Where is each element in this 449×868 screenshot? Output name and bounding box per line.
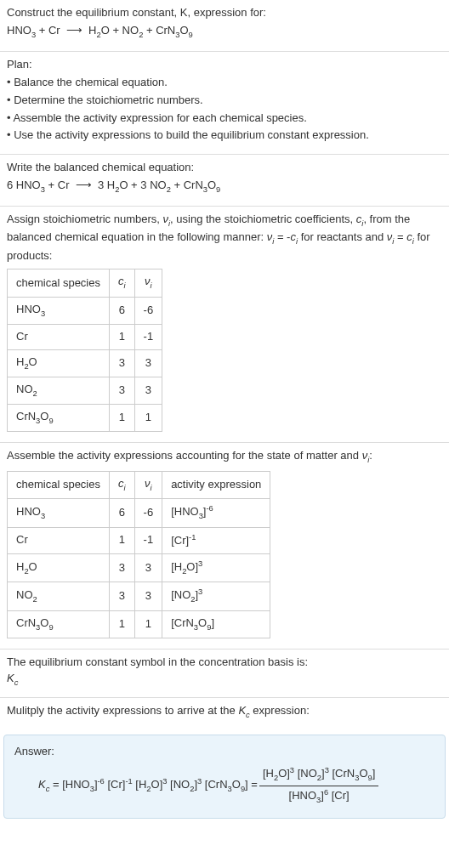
cell-activity: [H2O]3 [162,553,270,582]
col-species: chemical species [8,472,110,499]
col-vi: νi [134,269,162,297]
stoich-table: chemical species ci νi HNO3 6 -6 Cr 1 -1… [7,269,162,432]
activity-table: chemical species ci νi activity expressi… [7,471,270,638]
stoich-intro: Assign stoichiometric numbers, νi, using… [7,212,442,264]
cell-species: NO2 [8,377,110,404]
plan-title: Plan: [7,57,442,73]
plan-item: • Balance the chemical equation. [7,75,442,91]
cell-activity: [HNO3]-6 [162,499,270,527]
plan-section: Plan: • Balance the chemical equation. •… [0,52,449,154]
table-row: HNO3 6 -6 [HNO3]-6 [8,499,270,527]
balanced-equation: 6 HNO3 + Cr ⟶ 3 H2O + 3 NO2 + CrN3O9 [7,178,442,196]
kc-symbol: Kc [7,671,442,689]
activity-section: Assemble the activity expressions accoun… [0,443,449,649]
cell-species: Cr [8,527,110,553]
cell-activity: [CrN3O9] [162,610,270,638]
table-row: NO2 3 3 [8,377,162,404]
intro-line: Construct the equilibrium constant, K, e… [7,5,442,21]
cell-ci: 3 [110,553,135,582]
table-row: H2O 3 3 [8,349,162,377]
multiply-section: Mulitply the activity expressions to arr… [0,698,449,729]
cell-ci: 3 [110,349,135,377]
kc-denominator: [HNO3]6 [Cr] [286,786,353,806]
cell-species: Cr [8,324,110,349]
table-header-row: chemical species ci νi activity expressi… [8,472,270,499]
multiply-title: Mulitply the activity expressions to arr… [7,703,442,721]
col-ci: ci [110,269,135,297]
cell-ci: 1 [110,527,135,553]
col-species: chemical species [8,269,110,297]
stoich-section: Assign stoichiometric numbers, νi, using… [0,207,449,442]
cell-vi: 1 [134,610,162,638]
table-row: HNO3 6 -6 [8,297,162,324]
cell-ci: 1 [110,324,135,349]
cell-ci: 6 [110,499,135,527]
cell-ci: 1 [110,404,135,431]
table-row: NO2 3 3 [NO2]3 [8,582,270,610]
kc-numerator: [H2O]3 [NO2]3 [CrN3O9] [259,765,378,786]
cell-vi: -6 [134,499,162,527]
cell-vi: 3 [134,349,162,377]
cell-species: NO2 [8,582,110,610]
kc-fraction: [H2O]3 [NO2]3 [CrN3O9] [HNO3]6 [Cr] [259,765,378,806]
kc-symbol-intro: The equilibrium constant symbol in the c… [7,655,442,671]
table-row: Cr 1 -1 [Cr]-1 [8,527,270,553]
cell-vi: -6 [134,297,162,324]
kc-expression: Kc = [HNO3]-6 [Cr]-1 [H2O]3 [NO2]3 [CrN3… [14,765,435,806]
unbalanced-equation: HNO3 + Cr ⟶ H2O + NO2 + CrN3O9 [7,23,442,41]
answer-label: Answer: [14,744,435,760]
cell-ci: 3 [110,582,135,610]
cell-ci: 6 [110,297,135,324]
table-row: CrN3O9 1 1 [CrN3O9] [8,610,270,638]
cell-species: CrN3O9 [8,404,110,431]
table-row: H2O 3 3 [H2O]3 [8,553,270,582]
answer-box: Answer: Kc = [HNO3]-6 [Cr]-1 [H2O]3 [NO2… [3,735,446,819]
activity-title: Assemble the activity expressions accoun… [7,448,442,466]
cell-species: HNO3 [8,297,110,324]
cell-vi: -1 [134,324,162,349]
col-ci: ci [110,472,135,499]
cell-vi: 1 [134,404,162,431]
kc-symbol-section: The equilibrium constant symbol in the c… [0,650,449,697]
cell-species: H2O [8,553,110,582]
cell-species: HNO3 [8,499,110,527]
cell-ci: 1 [110,610,135,638]
cell-species: CrN3O9 [8,610,110,638]
table-header-row: chemical species ci νi [8,269,162,297]
col-activity: activity expression [162,472,270,499]
cell-activity: [Cr]-1 [162,527,270,553]
plan-item: • Determine the stoichiometric numbers. [7,93,442,109]
plan-item: • Assemble the activity expression for e… [7,111,442,127]
cell-ci: 3 [110,377,135,404]
intro-section: Construct the equilibrium constant, K, e… [0,0,449,51]
col-vi: νi [134,472,162,499]
cell-vi: -1 [134,527,162,553]
cell-vi: 3 [134,377,162,404]
cell-vi: 3 [134,553,162,582]
table-row: Cr 1 -1 [8,324,162,349]
balanced-section: Write the balanced chemical equation: 6 … [0,155,449,206]
cell-vi: 3 [134,582,162,610]
cell-species: H2O [8,349,110,377]
cell-activity: [NO2]3 [162,582,270,610]
balanced-title: Write the balanced chemical equation: [7,160,442,176]
plan-item: • Use the activity expressions to build … [7,128,442,144]
table-row: CrN3O9 1 1 [8,404,162,431]
